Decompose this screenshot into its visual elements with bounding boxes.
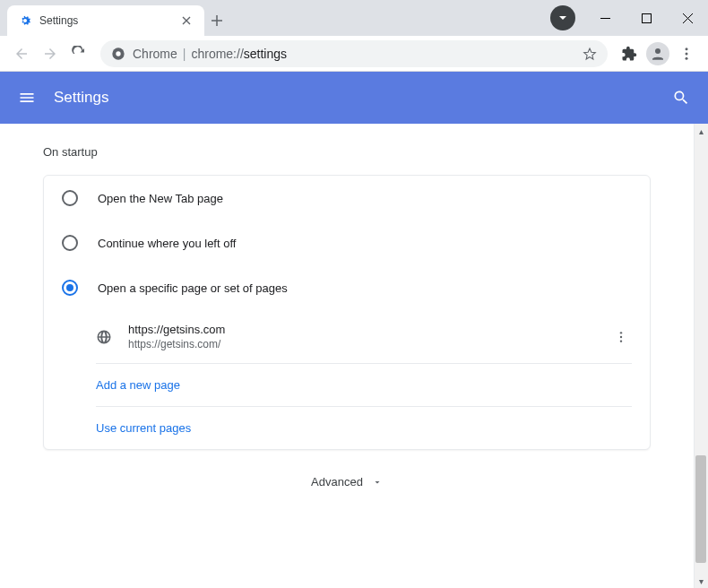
new-tab-button[interactable] <box>204 5 229 36</box>
svg-point-5 <box>686 52 688 55</box>
svg-point-7 <box>620 332 622 333</box>
address-text: Chrome|chrome://settings <box>133 47 287 61</box>
avatar-icon <box>646 42 669 65</box>
hamburger-icon[interactable] <box>16 87 38 108</box>
svg-point-3 <box>655 48 661 54</box>
page-entry-url: https://getsins.com/ <box>128 338 610 350</box>
media-control-icon[interactable] <box>550 5 575 30</box>
svg-point-6 <box>686 56 688 59</box>
settings-content: On startup Open the New Tab page Continu… <box>0 124 694 588</box>
globe-icon <box>96 329 112 345</box>
bookmark-icon[interactable] <box>583 47 597 61</box>
window-controls <box>584 0 708 36</box>
profile-button[interactable] <box>643 39 672 68</box>
close-icon[interactable] <box>179 13 194 28</box>
radio-label: Open the New Tab page <box>98 192 223 205</box>
chrome-icon <box>111 47 125 61</box>
forward-button[interactable] <box>36 39 65 68</box>
advanced-label: Advanced <box>311 475 363 489</box>
page-entry-title: https://getsins.com <box>128 323 610 336</box>
gear-icon <box>18 13 32 28</box>
menu-button[interactable] <box>672 39 701 68</box>
search-icon[interactable] <box>670 87 692 108</box>
scrollbar-thumb[interactable] <box>695 455 706 563</box>
window-close-button[interactable] <box>667 0 708 36</box>
page-title: Settings <box>54 89 670 107</box>
chevron-down-icon <box>372 477 383 488</box>
extensions-icon[interactable] <box>615 39 643 68</box>
minimize-button[interactable] <box>584 0 626 36</box>
window-titlebar: Settings <box>0 0 708 36</box>
back-button[interactable] <box>7 39 36 68</box>
radio-label: Open a specific page or set of pages <box>98 281 288 295</box>
kebab-icon[interactable] <box>610 330 632 344</box>
scroll-down-icon[interactable]: ▾ <box>695 574 708 588</box>
svg-point-8 <box>620 335 622 337</box>
browser-toolbar: Chrome|chrome://settings <box>0 36 708 72</box>
address-bar[interactable]: Chrome|chrome://settings <box>100 40 608 67</box>
section-title-startup: On startup <box>43 145 651 159</box>
startup-page-entry: https://getsins.com https://getsins.com/ <box>96 310 632 364</box>
svg-point-9 <box>620 340 622 342</box>
add-page-link[interactable]: Add a new page <box>96 364 632 407</box>
settings-header: Settings <box>0 72 708 124</box>
radio-continue[interactable]: Continue where you left off <box>44 220 650 265</box>
startup-card: Open the New Tab page Continue where you… <box>43 175 651 450</box>
scrollbar[interactable]: ▴ ▾ <box>694 124 708 588</box>
scroll-up-icon[interactable]: ▴ <box>695 124 708 138</box>
radio-label: Continue where you left off <box>98 237 236 250</box>
tab-title: Settings <box>39 14 179 27</box>
maximize-button[interactable] <box>626 0 667 36</box>
use-current-pages-link[interactable]: Use current pages <box>96 407 632 449</box>
svg-rect-0 <box>642 13 651 22</box>
radio-icon <box>62 280 78 296</box>
radio-icon <box>62 190 78 206</box>
browser-tab[interactable]: Settings <box>7 5 204 36</box>
svg-point-2 <box>116 51 120 56</box>
radio-new-tab[interactable]: Open the New Tab page <box>44 176 650 220</box>
reload-button[interactable] <box>65 39 93 68</box>
radio-specific-pages[interactable]: Open a specific page or set of pages <box>44 265 650 310</box>
svg-point-4 <box>686 48 688 50</box>
advanced-toggle[interactable]: Advanced <box>0 450 694 514</box>
radio-icon <box>62 235 78 251</box>
